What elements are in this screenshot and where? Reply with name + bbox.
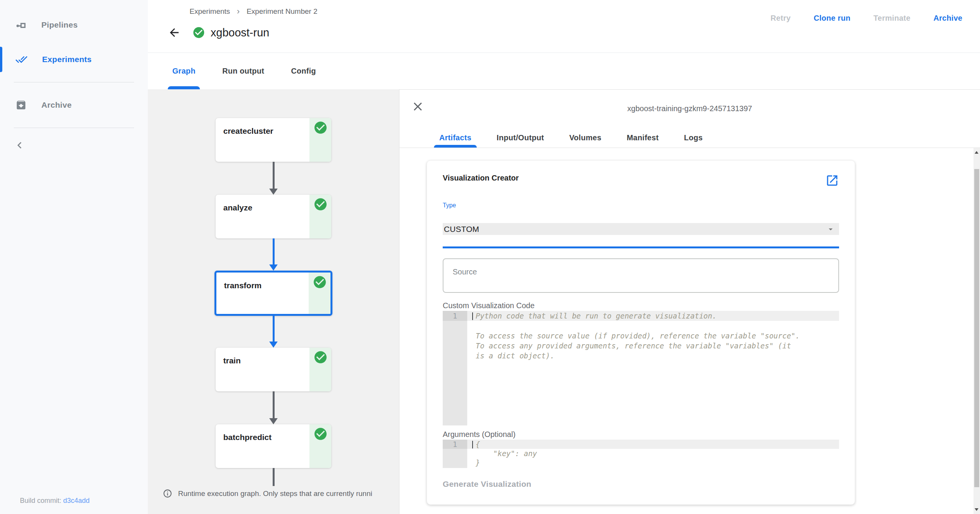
- back-button[interactable]: [168, 26, 181, 39]
- sidebar-collapse-button[interactable]: [13, 139, 26, 152]
- editor-content: Python code that will be run to generate…: [467, 311, 839, 361]
- editor-gutter: 1: [443, 311, 467, 425]
- line-number: 1: [443, 440, 467, 449]
- node-status-strip: [309, 118, 331, 162]
- panel-scrollbar[interactable]: [973, 148, 980, 514]
- node-status-strip: [309, 348, 331, 391]
- sidebar-item-pipelines[interactable]: Pipelines: [0, 8, 148, 42]
- tab-graph[interactable]: Graph: [172, 53, 195, 89]
- graph-edge-train-batchpredict: [269, 391, 278, 424]
- scroll-down-arrow-icon[interactable]: [975, 508, 978, 511]
- node-label: transform: [224, 281, 262, 290]
- page-title: xgboost-run: [211, 26, 269, 39]
- info-icon: [163, 489, 172, 498]
- run-success-icon: [192, 26, 205, 39]
- sidebar: Pipelines Experiments Archive Build comm…: [0, 0, 148, 514]
- terminate-button[interactable]: Terminate: [874, 14, 911, 23]
- tab-run-output[interactable]: Run output: [222, 53, 264, 89]
- success-check-icon: [313, 120, 328, 135]
- breadcrumb-experiment-number-2: Experiment Number 2: [247, 7, 317, 16]
- select-focus-underline: [443, 246, 839, 248]
- breadcrumb-separator-icon: ›: [237, 7, 240, 16]
- tab-logs[interactable]: Logs: [684, 128, 703, 148]
- build-commit: Build commit: d3c4add: [20, 497, 90, 505]
- active-indicator: [0, 47, 2, 72]
- tab-label: Input/Output: [497, 133, 544, 142]
- tab-label: Run output: [222, 67, 264, 76]
- tab-label: Artifacts: [439, 133, 471, 142]
- success-check-icon: [313, 427, 328, 441]
- arrow-back-icon: [168, 26, 181, 39]
- clone-run-button[interactable]: Clone run: [814, 14, 851, 23]
- custom-code-editor[interactable]: 1 Python code that will be run to genera…: [443, 311, 839, 425]
- breadcrumb: Experiments › Experiment Number 2: [190, 7, 317, 16]
- node-status-strip: [309, 424, 331, 468]
- text-cursor: [472, 441, 473, 448]
- generate-visualization-button[interactable]: Generate Visualization: [443, 480, 531, 489]
- code-line: is a dict object).: [476, 351, 839, 361]
- step-details-panel: xgboost-training-gzkm9-2457131397 Artifa…: [399, 89, 980, 514]
- scrollbar-thumb[interactable]: [974, 169, 979, 487]
- code-line: To access any provided arguments, refere…: [476, 341, 839, 351]
- graph-node-batchpredict[interactable]: batchpredict: [216, 424, 331, 468]
- node-label: train: [223, 356, 241, 365]
- visualization-type-select[interactable]: CUSTOM: [443, 223, 839, 235]
- card-title: Visualization Creator: [443, 174, 519, 182]
- success-check-icon: [313, 350, 328, 365]
- tab-artifacts[interactable]: Artifacts: [439, 128, 471, 148]
- node-label: analyze: [223, 203, 252, 212]
- graph-node-train[interactable]: train: [216, 348, 331, 391]
- dropdown-arrow-icon: [826, 225, 835, 234]
- sidebar-item-archive[interactable]: Archive: [0, 88, 148, 122]
- experiments-icon: [15, 53, 28, 66]
- text-cursor: [472, 312, 473, 320]
- tab-label: Graph: [172, 67, 195, 76]
- sidebar-item-label: Archive: [41, 100, 72, 110]
- run-actions: Retry Clone run Terminate Archive: [771, 14, 962, 23]
- graph-node-analyze[interactable]: analyze: [216, 195, 331, 238]
- step-tabbar: Artifacts Input/Output Volumes Manifest …: [399, 128, 980, 148]
- build-commit-link[interactable]: d3c4add: [63, 497, 90, 504]
- scroll-up-arrow-icon[interactable]: [975, 151, 978, 154]
- code-line: [476, 321, 839, 331]
- breadcrumb-experiments[interactable]: Experiments: [190, 7, 230, 16]
- sidebar-item-label: Experiments: [42, 55, 92, 64]
- type-label: Type: [443, 202, 839, 209]
- kubeflow-run-details-page: Pipelines Experiments Archive Build comm…: [0, 0, 980, 514]
- sidebar-divider: [14, 82, 134, 82]
- code-line: Python code that will be run to generate…: [476, 312, 717, 320]
- line-number: 1: [443, 311, 467, 321]
- run-title-row: xgboost-run: [168, 26, 269, 39]
- tab-volumes[interactable]: Volumes: [569, 128, 601, 148]
- run-tabbar: Graph Run output Config: [148, 53, 980, 89]
- card-header: Visualization Creator: [443, 174, 839, 187]
- source-input[interactable]: [443, 258, 839, 293]
- code-line: }: [476, 458, 839, 467]
- retry-button[interactable]: Retry: [771, 14, 791, 23]
- page-header: Experiments › Experiment Number 2 xgboos…: [148, 0, 980, 53]
- tab-input-output[interactable]: Input/Output: [497, 128, 544, 148]
- active-tab-indicator: [434, 145, 477, 148]
- graph-node-transform[interactable]: transform: [214, 271, 332, 316]
- graph-edge-transform-train: [269, 316, 278, 348]
- open-in-new-button[interactable]: [825, 174, 839, 187]
- tab-label: Volumes: [569, 133, 601, 142]
- success-check-icon: [313, 197, 328, 212]
- code-editor-label: Custom Visualization Code: [443, 301, 839, 310]
- arguments-label: Arguments (Optional): [443, 430, 839, 439]
- node-label: createcluster: [223, 126, 273, 136]
- editor-gutter: 1: [443, 440, 467, 468]
- tab-manifest[interactable]: Manifest: [627, 128, 659, 148]
- tab-config[interactable]: Config: [291, 53, 316, 89]
- node-status-strip: [309, 195, 331, 238]
- graph-node-createcluster[interactable]: createcluster: [216, 118, 331, 162]
- graph-info-banner: Runtime execution graph. Only steps that…: [163, 489, 372, 498]
- tab-label: Logs: [684, 133, 703, 142]
- active-tab-indicator: [168, 86, 200, 89]
- arguments-editor[interactable]: 1 { "key": any }: [443, 440, 839, 468]
- code-line: {: [476, 440, 480, 448]
- archive-button[interactable]: Archive: [934, 14, 962, 23]
- sidebar-item-experiments[interactable]: Experiments: [0, 42, 148, 77]
- graph-edge-batchpredict-out: [269, 468, 278, 486]
- sidebar-divider: [14, 128, 134, 128]
